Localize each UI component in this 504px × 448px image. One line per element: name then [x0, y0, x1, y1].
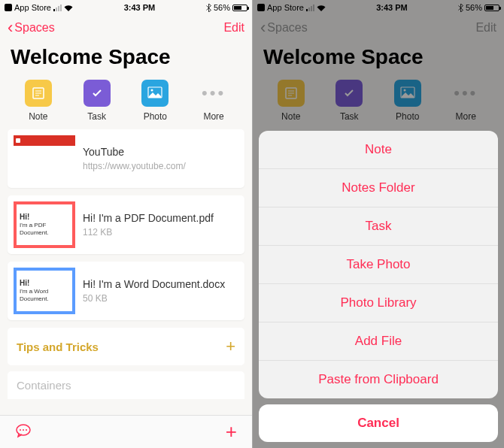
plus-icon: +	[226, 337, 235, 356]
battery-pct: 56%	[466, 3, 482, 12]
card-title: Hi! I'm a PDF Document.pdf	[83, 212, 238, 224]
quick-photo[interactable]: Photo	[385, 80, 430, 122]
chevron-left-icon: ‹	[8, 20, 13, 36]
bluetooth-icon	[458, 4, 463, 12]
chevron-left-icon: ‹	[260, 20, 266, 36]
sheet-paste-clipboard[interactable]: Paste from Clipboard	[259, 361, 498, 398]
bluetooth-icon	[206, 4, 211, 12]
carrier-label: App Store	[267, 3, 304, 12]
app-store-back-icon[interactable]	[257, 4, 265, 11]
card-sub: 112 KB	[83, 227, 238, 238]
phone-right: App Store 3:43 PM 56% ‹ Spaces Edit Welc…	[252, 0, 504, 448]
edit-button[interactable]: Edit	[475, 21, 496, 35]
note-icon	[278, 80, 305, 107]
quick-task-label: Task	[87, 111, 106, 122]
sheet-cancel[interactable]: Cancel	[259, 404, 498, 442]
page-title: Welcome Space	[253, 41, 504, 77]
carrier-label: App Store	[14, 3, 51, 12]
card-tips[interactable]: Tips and Tricks +	[8, 328, 244, 365]
phone-left: App Store 3:43 PM 56% ‹ Spaces Edit Welc…	[0, 0, 252, 448]
svg-point-7	[20, 429, 21, 431]
quick-photo[interactable]: Photo	[132, 80, 178, 122]
task-icon	[335, 80, 363, 107]
svg-point-15	[403, 89, 405, 92]
sheet-photo-library[interactable]: Photo Library	[259, 284, 498, 322]
battery-pct: 56%	[214, 3, 230, 12]
quick-more[interactable]: ••• More	[443, 80, 488, 122]
quick-note-label: Note	[281, 111, 300, 122]
thumb-word: Hi!I'm a Word Document.	[14, 268, 75, 314]
thumb-youtube	[14, 135, 75, 182]
svg-point-5	[151, 89, 153, 92]
quick-task[interactable]: Task	[326, 80, 372, 122]
quick-note-label: Note	[29, 111, 47, 122]
nav-bar: ‹ Spaces Edit	[0, 15, 252, 41]
card-youtube[interactable]: YouTube https://www.youtube.com/	[8, 129, 244, 188]
svg-point-9	[26, 429, 27, 431]
status-bar: App Store 3:43 PM 56%	[0, 0, 252, 15]
quick-task[interactable]: Task	[74, 80, 120, 122]
add-button[interactable]: +	[226, 420, 237, 443]
quick-note[interactable]: Note	[269, 80, 314, 122]
signal-icon	[53, 5, 62, 11]
wifi-icon	[317, 5, 326, 11]
back-button[interactable]: ‹ Spaces	[8, 20, 55, 36]
signal-icon	[306, 5, 314, 11]
quick-actions: Note Task Photo ••• More	[253, 77, 504, 129]
quick-task-label: Task	[340, 111, 359, 122]
thumb-pdf: Hi!I'm a PDF Document.	[14, 201, 75, 248]
svg-point-8	[23, 429, 24, 431]
back-label: Spaces	[14, 21, 54, 35]
back-button[interactable]: ‹ Spaces	[260, 20, 308, 36]
nav-bar: ‹ Spaces Edit	[253, 15, 504, 41]
card-word[interactable]: Hi!I'm a Word Document. Hi! I'm a Word D…	[8, 262, 244, 320]
sheet-take-photo[interactable]: Take Photo	[259, 246, 498, 284]
task-icon	[83, 80, 111, 107]
quick-photo-label: Photo	[396, 111, 419, 122]
back-label: Spaces	[267, 21, 307, 35]
bottom-bar: +	[0, 415, 252, 448]
battery-icon	[232, 5, 247, 11]
quick-note[interactable]: Note	[16, 80, 61, 122]
chat-button[interactable]	[15, 422, 32, 442]
photo-icon	[394, 80, 421, 107]
card-pdf[interactable]: Hi!I'm a PDF Document. Hi! I'm a PDF Doc…	[8, 195, 244, 254]
action-sheet-group: Note Notes Folder Task Take Photo Photo …	[259, 131, 498, 398]
photo-icon	[141, 80, 169, 107]
quick-photo-label: Photo	[144, 111, 167, 122]
status-time: 3:43 PM	[124, 3, 156, 12]
card-containers[interactable]: Containers	[8, 371, 244, 399]
card-title: YouTube	[83, 146, 238, 158]
card-title: Hi! I'm a Word Document.docx	[83, 278, 238, 290]
wifi-icon	[64, 5, 73, 11]
edit-button[interactable]: Edit	[223, 21, 244, 35]
sheet-task[interactable]: Task	[259, 207, 498, 246]
sheet-notes-folder[interactable]: Notes Folder	[259, 169, 498, 207]
card-sub: https://www.youtube.com/	[83, 161, 238, 171]
quick-more-label: More	[203, 111, 223, 122]
more-icon: •••	[202, 80, 226, 107]
note-icon	[25, 80, 52, 107]
status-time: 3:43 PM	[376, 3, 408, 12]
quick-actions: Note Task Photo ••• More	[0, 77, 252, 129]
quick-more-label: More	[456, 111, 476, 122]
quick-more[interactable]: ••• More	[191, 80, 236, 122]
status-bar: App Store 3:43 PM 56%	[253, 0, 504, 15]
more-icon: •••	[454, 80, 478, 107]
content-list: YouTube https://www.youtube.com/ Hi!I'm …	[0, 129, 252, 415]
tips-label: Tips and Tricks	[17, 341, 99, 353]
sheet-note[interactable]: Note	[259, 131, 498, 169]
battery-icon	[484, 5, 499, 11]
sheet-add-file[interactable]: Add File	[259, 322, 498, 361]
app-store-back-icon[interactable]	[5, 4, 12, 11]
card-sub: 50 KB	[83, 293, 238, 304]
action-sheet: Note Notes Folder Task Take Photo Photo …	[259, 131, 498, 442]
page-title: Welcome Space	[0, 41, 252, 77]
